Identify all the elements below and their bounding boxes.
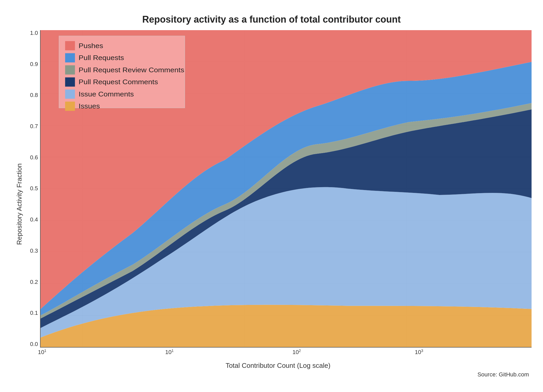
svg-rect-15 (65, 41, 75, 50)
x-axis-title: Total Contributor Count (Log scale) (24, 362, 532, 370)
y-tick: 1.0 (30, 30, 38, 36)
svg-rect-19 (65, 65, 75, 74)
y-tick: 0.2 (30, 279, 38, 285)
x-tick-label-0: 101 (38, 349, 46, 356)
y-tick: 0.5 (30, 186, 38, 191)
axis-and-plot: 1.0 0.9 0.8 0.7 0.6 0.5 0.4 0.3 0.2 0.1 … (24, 30, 532, 348)
svg-rect-23 (65, 89, 75, 99)
x-tick-label-3: 103 (415, 349, 423, 356)
x-tick-label-2: 102 (292, 349, 301, 356)
y-tick: 0.9 (30, 61, 38, 67)
y-tick: 0.3 (30, 248, 38, 254)
svg-text:Pushes: Pushes (79, 42, 103, 50)
chart-svg: Pushes Pull Requests Pull Request Review… (41, 30, 532, 347)
y-axis-label: Repository Activity Fraction (11, 30, 24, 378)
y-tick: 0.8 (30, 92, 38, 98)
chart-container: Repository activity as a function of tot… (11, 14, 532, 378)
y-tick: 0.4 (30, 217, 38, 223)
y-tick: 0.0 (30, 341, 38, 347)
svg-text:Pull Request Review Comments: Pull Request Review Comments (79, 66, 184, 74)
svg-rect-21 (65, 77, 75, 87)
svg-rect-25 (65, 102, 75, 111)
x-tick-labels: 101 101 102 103 (42, 349, 532, 359)
plot-area: Pushes Pull Requests Pull Request Review… (40, 30, 532, 348)
svg-text:Pull Requests: Pull Requests (79, 54, 124, 62)
chart-body: Repository Activity Fraction 1.0 0.9 0.8… (11, 30, 532, 378)
svg-text:Issue Comments: Issue Comments (79, 90, 134, 98)
svg-text:Issues: Issues (79, 102, 100, 110)
y-tick: 0.6 (30, 155, 38, 160)
y-tick: 0.7 (30, 123, 38, 129)
chart-title: Repository activity as a function of tot… (142, 14, 401, 25)
y-tick: 0.1 (30, 310, 38, 316)
x-tick-label-1: 101 (165, 349, 173, 356)
y-ticks-col: 1.0 0.9 0.8 0.7 0.6 0.5 0.4 0.3 0.2 0.1 … (24, 30, 40, 348)
chart-area: 1.0 0.9 0.8 0.7 0.6 0.5 0.4 0.3 0.2 0.1 … (24, 30, 532, 378)
svg-text:Pull Request Comments: Pull Request Comments (79, 78, 158, 86)
svg-rect-17 (65, 53, 75, 62)
source-text: Source: GitHub.com (24, 371, 532, 378)
